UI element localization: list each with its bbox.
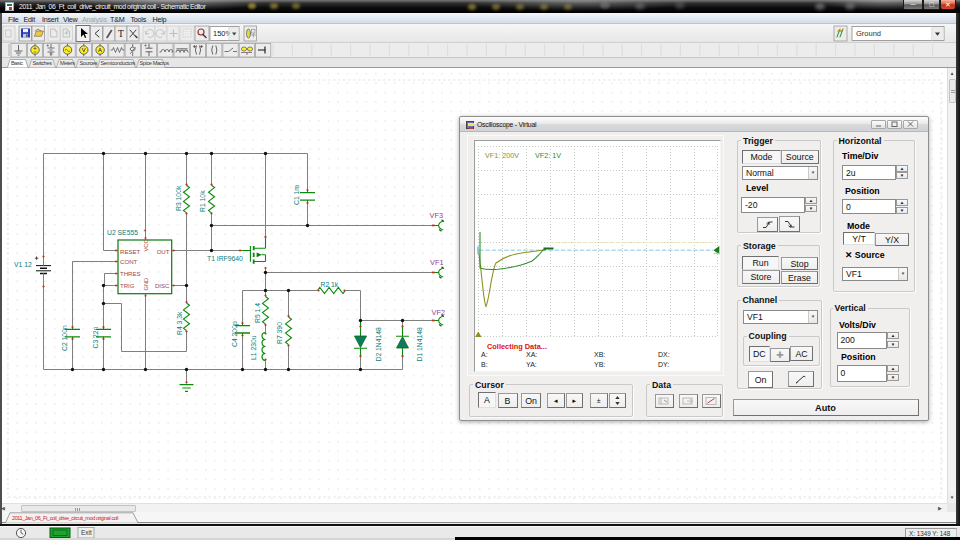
svg-text:C2 100n: C2 100n <box>61 325 68 351</box>
svg-text:Meters: Meters <box>60 60 75 66</box>
svg-text:R3 100k: R3 100k <box>175 185 182 211</box>
svg-text:*: * <box>144 227 147 236</box>
svg-text:GND: GND <box>143 278 149 291</box>
svg-text:C4 200p: C4 200p <box>231 321 239 347</box>
svg-text:DISC: DISC <box>155 282 170 289</box>
svg-text:OUT: OUT <box>157 248 170 255</box>
svg-text:U2 SE555: U2 SE555 <box>107 229 138 236</box>
svg-text:V1 12: V1 12 <box>14 261 32 268</box>
svg-text:R7 390: R7 390 <box>276 322 283 344</box>
svg-text:D1 1N4148: D1 1N4148 <box>416 327 423 362</box>
svg-text:R1 10k: R1 10k <box>199 190 206 212</box>
svg-text:T1 IRF9640: T1 IRF9640 <box>207 255 243 262</box>
svg-text:Switches: Switches <box>33 60 53 66</box>
svg-text:D2 1N4148: D2 1N4148 <box>375 327 382 362</box>
svg-text:Semiconductors: Semiconductors <box>101 60 136 66</box>
svg-text:CONT: CONT <box>120 258 138 265</box>
svg-text:R2 1k: R2 1k <box>321 281 339 288</box>
svg-text:R4 3.3k: R4 3.3k <box>176 311 183 335</box>
svg-text:RESET: RESET <box>120 248 141 255</box>
svg-text:C3 22n: C3 22n <box>92 326 99 348</box>
svg-text:VF3: VF3 <box>430 211 444 220</box>
svg-text:Sources: Sources <box>80 60 98 66</box>
svg-text:VF1: VF1 <box>430 258 444 267</box>
svg-text:Exit: Exit <box>81 529 92 536</box>
svg-text:THRES: THRES <box>120 270 141 277</box>
svg-text:Basic: Basic <box>11 60 23 66</box>
svg-text:T: T <box>118 29 124 39</box>
svg-text:R5 1.4: R5 1.4 <box>254 303 261 323</box>
svg-text:TRIG: TRIG <box>120 282 135 289</box>
svg-text:2011_Jan_06_Ft_coil_drive_circ: 2011_Jan_06_Ft_coil_drive_circuit_mod or… <box>12 515 118 521</box>
svg-text:VCC: VCC <box>143 239 149 251</box>
svg-text:VF2: VF2 <box>432 308 446 317</box>
svg-text:L1 230u: L1 230u <box>250 335 257 360</box>
svg-text:Spice Macros: Spice Macros <box>140 60 170 66</box>
svg-text:C1 1m: C1 1m <box>293 185 300 205</box>
svg-text:Ground: Ground <box>856 29 881 38</box>
